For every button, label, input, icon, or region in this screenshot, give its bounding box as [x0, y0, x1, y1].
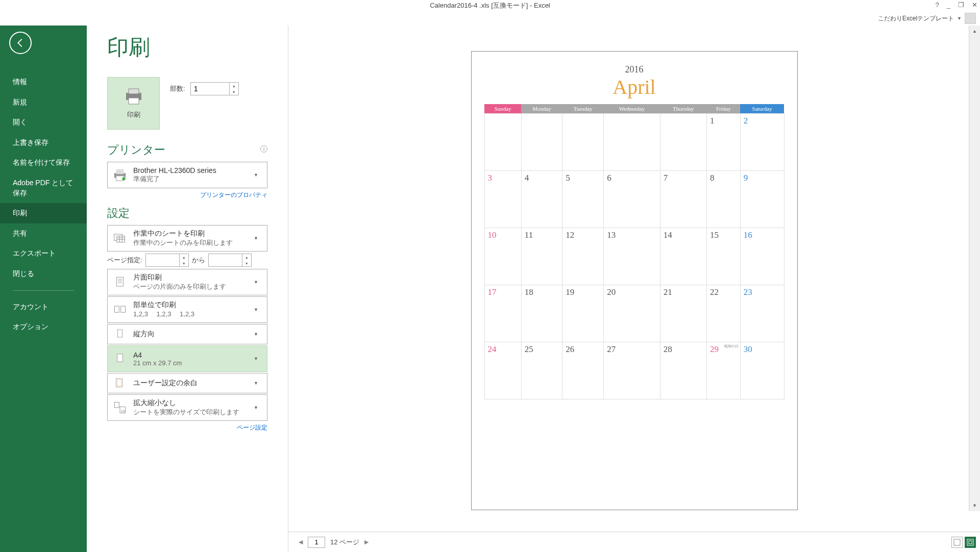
info-icon[interactable]: i: [260, 145, 267, 153]
page-from-input[interactable]: [149, 256, 180, 264]
calendar-cell: [562, 114, 604, 171]
collate-dropdown[interactable]: 部単位で印刷1,2,3 1,2,3 1,2,3 ▼: [107, 296, 267, 323]
svg-rect-5: [116, 169, 124, 174]
preview-footer: ◀ 12 ページ ▶: [288, 532, 980, 552]
preview-page: 2016 April SundayMondayTuesdayWednesdayT…: [471, 51, 798, 510]
chevron-down-icon: ▼: [254, 405, 263, 410]
page-to-label: から: [192, 256, 205, 265]
back-button[interactable]: [9, 32, 32, 54]
sidebar-item-4[interactable]: 名前を付けて保存: [0, 153, 87, 173]
print-button-label: 印刷: [127, 110, 140, 119]
chevron-down-icon: ▼: [254, 356, 263, 361]
printer-properties-link[interactable]: プリンターのプロパティ: [107, 191, 267, 199]
chevron-down-icon: ▼: [254, 307, 263, 312]
user-name: こだわりExcelテンプレート: [878, 14, 954, 23]
page-setup-link[interactable]: ページ設定: [107, 423, 267, 432]
calendar-cell: 27: [604, 342, 660, 399]
restore-icon[interactable]: ❐: [958, 1, 964, 9]
calendar-cell: 29昭和の日: [706, 342, 740, 399]
calendar-year: 2016: [484, 64, 785, 75]
help-icon[interactable]: ?: [936, 1, 939, 9]
chevron-down-icon: ▼: [254, 381, 263, 386]
calendar-cell: 5: [562, 171, 604, 228]
sidebar-item2-1[interactable]: オプション: [0, 317, 87, 337]
calendar-cell: 15: [706, 228, 740, 285]
current-page-input[interactable]: [308, 537, 325, 548]
calendar-cell: 16: [740, 228, 784, 285]
sidebar-item-0[interactable]: 情報: [0, 72, 87, 92]
calendar-cell: 28: [660, 342, 706, 399]
svg-rect-9: [117, 236, 125, 242]
svg-rect-1: [129, 89, 139, 94]
weekday-header: Saturday: [740, 104, 784, 114]
copies-input[interactable]: [194, 85, 225, 93]
orientation-dropdown[interactable]: 縦方向 ▼: [107, 324, 267, 344]
page-to-input[interactable]: [212, 256, 242, 264]
sidebar-item-1[interactable]: 新規: [0, 92, 87, 113]
printer-icon: [124, 88, 144, 105]
calendar-cell: 17: [484, 285, 521, 342]
chevron-down-icon: ▼: [254, 280, 263, 285]
sidebar-item-5[interactable]: Adobe PDF として保存: [0, 173, 87, 203]
calendar-cell: 2: [740, 114, 784, 171]
window-title: Calendar2016-4 .xls [互換モード] - Excel: [430, 1, 550, 10]
calendar-cell: 4: [521, 171, 562, 228]
duplex-dropdown[interactable]: 片面印刷ページの片面のみを印刷します ▼: [107, 269, 267, 295]
paper-size-dropdown[interactable]: A421 cm x 29.7 cm ▼: [107, 345, 267, 372]
calendar-month: April: [484, 75, 785, 99]
svg-point-7: [122, 177, 126, 181]
svg-rect-18: [115, 306, 119, 312]
back-arrow-icon: [15, 37, 26, 48]
chevron-down-icon: ▼: [254, 236, 263, 241]
calendar-cell: 25: [521, 342, 562, 399]
weekday-header: Wednesday: [604, 104, 660, 114]
zoom-to-page-button[interactable]: [965, 537, 976, 548]
calendar-cell: 6: [604, 171, 660, 228]
scaling-dropdown[interactable]: 100 拡大縮小なしシートを実際のサイズで印刷します ▼: [107, 394, 267, 421]
prev-page-button[interactable]: ◀: [299, 539, 303, 545]
page-range-label: ページ指定:: [107, 256, 142, 265]
weekday-header: Sunday: [484, 104, 521, 114]
calendar-cell: 9: [740, 171, 784, 228]
avatar-icon: [965, 13, 976, 24]
scaling-icon: 100: [112, 399, 128, 416]
calendar-cell: 22: [706, 285, 740, 342]
minimize-icon[interactable]: _: [947, 1, 950, 9]
next-page-button[interactable]: ▶: [364, 539, 369, 545]
sidebar-item-2[interactable]: 開く: [0, 112, 87, 133]
printer-dropdown[interactable]: Brother HL-L2360D series 準備完了 ▼: [107, 162, 267, 188]
calendar-cell: 20: [604, 285, 660, 342]
sidebar-item-6[interactable]: 印刷: [0, 203, 87, 223]
sidebar-item-7[interactable]: 共有: [0, 223, 87, 244]
calendar-cell: 23: [740, 285, 784, 342]
scroll-track[interactable]: [969, 37, 980, 500]
sidebar-item-9[interactable]: 閉じる: [0, 264, 87, 284]
print-scope-dropdown[interactable]: 作業中のシートを印刷作業中のシートのみを印刷します ▼: [107, 225, 267, 252]
scroll-up-icon[interactable]: ▲: [969, 26, 980, 37]
sidebar-item-3[interactable]: 上書き保存: [0, 133, 87, 153]
window-controls: ? _ ❐ ✕: [936, 1, 977, 9]
preview-scrollbar[interactable]: ▲ ▼: [969, 26, 980, 511]
user-info[interactable]: こだわりExcelテンプレート ▼: [878, 13, 976, 24]
weekday-header: Friday: [706, 104, 740, 114]
printer-section-heading: プリンター i: [107, 142, 267, 158]
svg-text:100: 100: [121, 410, 126, 413]
margins-dropdown[interactable]: ユーザー設定の余白 ▼: [107, 373, 267, 393]
scroll-down-icon[interactable]: ▼: [969, 500, 980, 511]
copies-down[interactable]: ▼: [230, 89, 238, 95]
sidebar-item2-0[interactable]: アカウント: [0, 297, 87, 317]
calendar-cell: 30: [740, 342, 784, 399]
svg-rect-28: [967, 539, 973, 545]
page-to-spinner[interactable]: ▲▼: [208, 254, 252, 267]
close-icon[interactable]: ✕: [972, 1, 977, 9]
weekday-header: Tuesday: [562, 104, 604, 114]
sidebar-item-8[interactable]: エクスポート: [0, 243, 87, 264]
calendar-cell: 24: [484, 342, 521, 399]
copies-up[interactable]: ▲: [230, 83, 238, 89]
copies-spinner[interactable]: ▲▼: [190, 82, 239, 95]
show-margins-button[interactable]: [951, 537, 963, 548]
page-from-spinner[interactable]: ▲▼: [145, 254, 189, 267]
print-button[interactable]: 印刷: [107, 77, 160, 130]
calendar-table: SundayMondayTuesdayWednesdayThursdayFrid…: [484, 104, 785, 399]
calendar-cell: 13: [604, 228, 660, 285]
